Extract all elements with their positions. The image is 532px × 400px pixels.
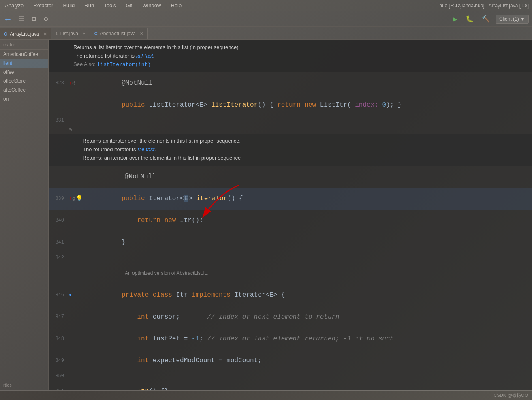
code-line-850: 850 bbox=[49, 372, 532, 381]
tab-close-abstractlist[interactable]: ✕ bbox=[140, 31, 143, 36]
menu-analyze[interactable]: Analyze bbox=[3, 2, 25, 9]
client-label: Client (1) bbox=[499, 16, 519, 22]
client-dropdown[interactable]: Client (1) ▼ bbox=[496, 15, 529, 24]
tab-icon-c: C bbox=[4, 32, 7, 36]
tab-close-arraylist[interactable]: ✕ bbox=[43, 32, 47, 37]
tab-close-list[interactable]: ✕ bbox=[82, 31, 86, 36]
window-title: huo [F:\D\jianda\huo] - ArrayList.java [… bbox=[439, 3, 529, 9]
settings-button[interactable]: ☰ bbox=[16, 13, 26, 25]
menu-run[interactable]: Run bbox=[83, 2, 96, 9]
status-text: CSDN @傲扬OO bbox=[494, 392, 528, 398]
debug-button[interactable]: 🐛 bbox=[463, 13, 476, 25]
doc-text-3: See Also: listIterator(int) bbox=[73, 60, 525, 69]
status-bar: CSDN @傲扬OO bbox=[0, 390, 532, 400]
sidebar-title: erator bbox=[0, 40, 48, 50]
line-num-847: 847 bbox=[49, 314, 69, 320]
code-line-846: 846 ● private class Itr implements Itera… bbox=[49, 284, 532, 306]
edit-icon[interactable]: ✎ bbox=[69, 126, 72, 133]
code-line-828: 828 ↑ @ @NotNull bbox=[49, 72, 532, 94]
tab-label-abstractlist: AbstractList.java bbox=[100, 31, 136, 36]
gear-icon[interactable]: ⚙ bbox=[41, 13, 50, 25]
code-content-847: int cursor; // index of next element to … bbox=[81, 306, 532, 328]
code-content-846: private class Itr implements Iterator<E>… bbox=[81, 284, 532, 306]
sidebar-item-americancoffee[interactable]: AmericanCoffee bbox=[0, 50, 48, 59]
line-num-841: 841 bbox=[49, 240, 69, 245]
code-content-notnull2: @NotNull bbox=[81, 166, 532, 188]
code-content-doc-itr: An optimized version of AbstractList.It.… bbox=[81, 262, 532, 284]
menu-help[interactable]: Help bbox=[169, 2, 183, 9]
build-button[interactable]: 🔨 bbox=[479, 13, 492, 25]
menu-window[interactable]: Window bbox=[141, 2, 162, 9]
at-icon-839: @ bbox=[73, 196, 75, 201]
sidebar-item-coffee[interactable]: offee bbox=[0, 68, 48, 77]
sidebar-item-lattecoffee[interactable]: atteCoffee bbox=[0, 86, 48, 94]
line-num-851: 851 bbox=[49, 389, 69, 390]
tab-list[interactable]: 1 List.java ✕ bbox=[51, 28, 90, 39]
sidebar: erator AmericanCoffee lient offee offeeS… bbox=[0, 40, 49, 390]
sidebar-item-coffeestore[interactable]: offeeStore bbox=[0, 77, 48, 86]
doc-popup-1: Returns a list iterator over the element… bbox=[49, 40, 532, 72]
line-num-848: 848 bbox=[49, 336, 69, 342]
menu-bar: Analyze Refactor Build Run Tools Git Win… bbox=[0, 0, 532, 11]
code-content-828: @NotNull bbox=[81, 72, 532, 94]
minimize-button[interactable]: — bbox=[53, 14, 62, 24]
main-container: Analyze Refactor Build Run Tools Git Win… bbox=[0, 0, 532, 400]
code-content-840: return new Itr(); bbox=[81, 210, 532, 231]
back-button[interactable]: ⟵ bbox=[3, 13, 13, 25]
menu-refactor[interactable]: Refactor bbox=[32, 2, 55, 9]
line-num-831: 831 bbox=[49, 118, 69, 123]
sidebar-item-client[interactable]: lient bbox=[0, 59, 48, 68]
line-num-839: 839 bbox=[49, 196, 69, 201]
line-num-840: 840 bbox=[49, 218, 69, 223]
tab-icon-1: 1 bbox=[56, 31, 58, 36]
line-num-828: 828 bbox=[49, 80, 69, 86]
code-line-849: 849 int expectedModCount = modCount; bbox=[49, 350, 532, 372]
code-line-842: 842 bbox=[49, 253, 532, 262]
code-line-828b: public ListIterator<E> listIterator() { … bbox=[49, 94, 532, 116]
code-content-851: Itr() {} bbox=[81, 381, 532, 390]
blue-dot-icon: ● bbox=[69, 293, 72, 297]
sidebar-properties: rties bbox=[0, 380, 48, 390]
gutter-828: ↑ @ bbox=[69, 81, 81, 86]
code-content-828b: public ListIterator<E> listIterator() { … bbox=[81, 94, 532, 116]
doc-text-2b: The returned iterator is fail-fast. bbox=[83, 145, 526, 154]
code-content-841: } bbox=[81, 231, 532, 253]
code-line-notnull2: @NotNull bbox=[49, 166, 532, 188]
code-content-848: int lastRet = -1; // index of last eleme… bbox=[81, 328, 532, 350]
content-area: erator AmericanCoffee lient offee offeeS… bbox=[0, 40, 532, 390]
dropdown-arrow: ▼ bbox=[520, 16, 525, 22]
run-button[interactable]: ▶ bbox=[451, 13, 460, 25]
tab-icon-c2: C bbox=[94, 31, 98, 36]
gutter-edit[interactable]: ✎ bbox=[69, 126, 81, 133]
tabs-bar: C ArrayList.java ✕ 1 List.java ✕ C Abstr… bbox=[0, 27, 532, 40]
line-num-842: 842 bbox=[49, 255, 69, 261]
line-num-849: 849 bbox=[49, 358, 69, 364]
code-line-doc-itr: An optimized version of AbstractList.It.… bbox=[49, 262, 532, 284]
editor-area[interactable]: Returns a list iterator over the element… bbox=[49, 40, 532, 390]
code-line-841: 841 } bbox=[49, 231, 532, 253]
tab-arraylist[interactable]: C ArrayList.java ✕ bbox=[0, 28, 51, 39]
doc-text-2a: Returns an iterator over the elements in… bbox=[83, 137, 526, 145]
arrow-up-icon-839: ↑ bbox=[69, 196, 72, 201]
toolbar: ⟵ ☰ ⊞ ⚙ — ▶ 🐛 🔨 Client (1) ▼ bbox=[0, 11, 532, 27]
sidebar-item-on[interactable]: on bbox=[0, 94, 48, 103]
menu-build[interactable]: Build bbox=[61, 2, 76, 9]
menu-git[interactable]: Git bbox=[124, 2, 135, 9]
tab-abstractlist[interactable]: C AbstractList.java ✕ bbox=[90, 28, 148, 39]
split-button[interactable]: ⊞ bbox=[30, 13, 38, 25]
doc-text-1: Returns a list iterator over the element… bbox=[73, 43, 525, 52]
gutter-839: ↑ @ 💡 bbox=[69, 195, 81, 202]
code-line-831: 831 bbox=[49, 116, 532, 125]
gutter-846: ● bbox=[69, 293, 81, 297]
code-line-edit: ✎ bbox=[49, 125, 532, 134]
menu-tools[interactable]: Tools bbox=[102, 2, 118, 9]
tab-label-arraylist: ArrayList.java bbox=[10, 31, 39, 37]
doc-text-2c: Returns: an iterator over the elements i… bbox=[83, 154, 526, 163]
line-num-846: 846 bbox=[49, 292, 69, 298]
arrow-up-icon-828: ↑ bbox=[69, 81, 72, 86]
doc-text-2: The returned list iterator is fail-fast. bbox=[73, 52, 525, 60]
tab-label-list: List.java bbox=[60, 31, 78, 36]
line-num-850: 850 bbox=[49, 373, 69, 379]
code-line-840: 840 return new Itr(); bbox=[49, 210, 532, 231]
code-content-849: int expectedModCount = modCount; bbox=[81, 350, 532, 372]
